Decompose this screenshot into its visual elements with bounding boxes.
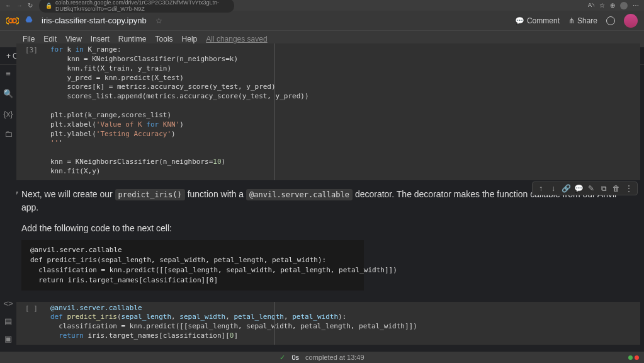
cursor-line [274,43,275,180]
move-up-icon[interactable]: ↑ [536,184,545,193]
menu-view[interactable]: View [65,35,82,43]
cell-prompt[interactable]: [3] [16,43,47,180]
kernel-status-dot [635,355,639,360]
colab-logo[interactable] [6,14,19,27]
text-cell-1[interactable]: ↑ ↓ 🔗 💬 ✎ ⧉ 🗑 ⋮ ▾ Next, we will create o… [16,184,640,299]
profile-icon[interactable] [620,2,628,9]
share-icon: ⋔ [568,16,575,25]
menu-help[interactable]: Help [182,35,198,43]
menu-tools[interactable]: Tools [155,35,173,43]
code-cell-2[interactable]: [ ] @anvil.server.callable def predict_i… [16,302,640,345]
forward-icon[interactable]: → [16,2,23,9]
variables-icon[interactable]: {x} [4,109,13,118]
colab-header: iris-classifier-start-copy.ipynb ☆ 💬Comm… [0,11,644,31]
status-completed: completed at 13:49 [305,354,364,361]
avatar[interactable] [624,14,638,28]
search-icon[interactable]: 🔍 [4,89,13,98]
cell-prompt-2[interactable]: [ ] [16,302,47,345]
svg-point-1 [12,18,16,23]
star-icon[interactable]: ☆ [155,16,162,25]
status-check-icon: ✓ [280,354,285,362]
menu-insert[interactable]: Insert [91,35,110,43]
code-cell-1[interactable]: [3] for k in K_range: knn = KNeighborsCl… [16,43,640,180]
code-snippets-icon[interactable]: <> [4,299,13,308]
comment-label: Comment [527,16,560,25]
delete-cell-icon[interactable]: 🗑 [612,184,621,193]
menu-edit[interactable]: Edit [43,35,57,43]
more-cell-icon[interactable]: ⋮ [624,184,633,193]
comment-icon: 💬 [515,16,524,25]
status-bar: ✓ 0s completed at 13:49 [0,352,644,363]
cursor-line-2 [274,302,275,345]
save-status[interactable]: All changes saved [206,35,267,43]
read-aloud-icon[interactable]: A৲ [588,2,594,9]
code-editor[interactable]: for k in K_range: knn = KNeighborsClassi… [47,43,640,180]
move-down-icon[interactable]: ↓ [549,184,558,193]
browser-chrome: ← → ↻ 🔒 colab.research.google.com/drive/… [0,0,644,11]
status-time: 0s [291,354,299,361]
refresh-icon[interactable]: ↻ [28,2,33,9]
terminal-icon[interactable]: ▣ [4,334,13,343]
left-sidebar: ≡ 🔍 {x} 🗀 <> ▤ ▣ [0,65,16,352]
notebook-filename[interactable]: iris-classifier-start-copy.ipynb [42,16,147,25]
menu-file[interactable]: File [23,35,35,43]
text-paragraph-2: Add the following code to the next cell: [21,222,628,235]
notebook-content: [3] for k in K_range: knn = KNeighborsCl… [16,43,640,352]
gear-icon [606,16,615,25]
comment-button[interactable]: 💬Comment [515,16,560,25]
url-text: colab.research.google.com/drive/1rC3P2C3… [55,0,228,12]
edit-cell-icon[interactable]: ✎ [587,184,596,193]
cell-toolbar: ↑ ↓ 🔗 💬 ✎ ⧉ 🗑 ⋮ [532,182,638,195]
share-button[interactable]: ⋔Share [568,16,597,25]
command-palette-icon[interactable]: ▤ [4,316,13,325]
markdown-code-block: @anvil.server.callable def predict_iris(… [21,240,364,291]
comment-cell-icon[interactable]: 💬 [574,184,583,193]
menu-runtime[interactable]: Runtime [118,35,147,43]
fav-icon[interactable]: ☆ [599,2,605,9]
more-icon[interactable]: ⋯ [633,2,639,9]
toc-icon[interactable]: ≡ [4,69,13,78]
files-icon[interactable]: 🗀 [4,129,13,138]
collections-icon[interactable]: ⊕ [610,2,615,9]
lock-icon: 🔒 [45,3,52,9]
mirror-cell-icon[interactable]: ⧉ [599,184,608,193]
link-icon[interactable]: 🔗 [562,184,570,193]
connection-status-dot [628,355,633,360]
back-icon[interactable]: ← [5,2,11,9]
drive-icon [25,16,35,25]
code-editor-2[interactable]: @anvil.server.callable def predict_iris(… [47,302,640,345]
url-bar[interactable]: 🔒 colab.research.google.com/drive/1rC3P2… [39,0,234,13]
settings-button[interactable] [606,16,615,25]
share-label: Share [577,16,597,25]
collapse-icon[interactable]: ▾ [16,189,18,196]
